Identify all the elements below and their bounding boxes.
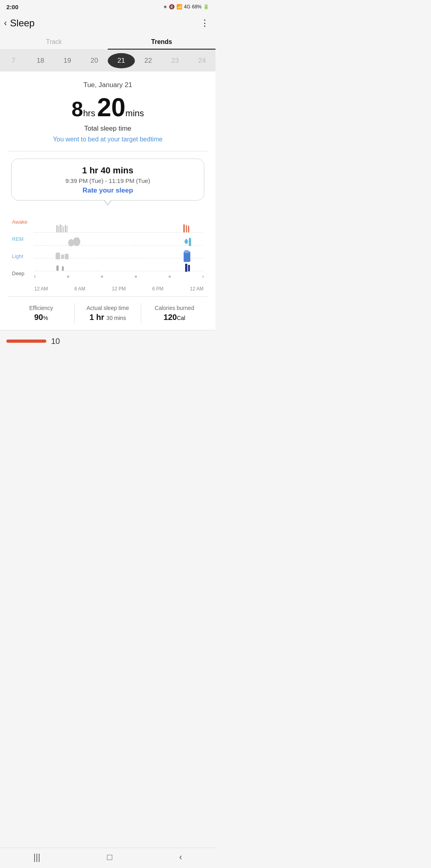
stat-calories: Calories burned 120Cal: [141, 303, 208, 324]
sleep-chart-svg: [34, 219, 204, 283]
svg-rect-28: [184, 252, 190, 262]
svg-rect-20: [61, 254, 64, 259]
date-item-24[interactable]: 24: [189, 55, 216, 66]
x-label-12am: 12 AM: [34, 286, 48, 292]
svg-rect-22: [56, 266, 59, 271]
bottom-section: 10: [0, 330, 216, 346]
svg-rect-12: [60, 224, 61, 232]
more-menu-button[interactable]: ⋮: [200, 18, 209, 28]
svg-rect-31: [188, 265, 190, 272]
stat-efficiency-value: 90%: [11, 313, 71, 322]
session-card: 1 hr 40 mins 9:39 PM (Tue) - 11:19 PM (T…: [11, 159, 204, 201]
svg-rect-10: [56, 225, 57, 232]
svg-point-18: [73, 237, 80, 246]
svg-rect-21: [65, 254, 69, 259]
svg-rect-26: [188, 226, 189, 232]
date-item-19[interactable]: 19: [54, 55, 81, 66]
sleep-chart: Awake REM Light Deep: [8, 207, 208, 296]
date-label: Tue, January 21: [8, 81, 208, 89]
stat-calories-value: 120Cal: [144, 313, 204, 322]
svg-rect-24: [183, 224, 185, 232]
status-time: 2:00: [6, 4, 18, 10]
date-item-7[interactable]: 7: [0, 55, 27, 66]
svg-point-4: [34, 276, 36, 278]
chart-label-light: Light: [12, 253, 28, 259]
battery-text: 68%: [192, 4, 202, 10]
date-scroll[interactable]: 7 18 19 20 21 22 23 24: [0, 50, 216, 72]
sleep-mins: 20: [97, 93, 125, 122]
back-button[interactable]: ‹: [4, 18, 7, 28]
session-time-range: 9:39 PM (Tue) - 11:19 PM (Tue): [20, 177, 196, 184]
svg-rect-14: [63, 226, 64, 232]
tabs: Track Trends: [0, 34, 216, 50]
chart-label-awake: Awake: [12, 219, 28, 225]
date-item-18[interactable]: 18: [27, 55, 54, 66]
signal-icon: 4G: [184, 4, 190, 10]
chart-area: [34, 219, 204, 284]
tab-trends[interactable]: Trends: [108, 34, 216, 50]
page-title: Sleep: [10, 18, 34, 29]
status-icons: ∗ 🔇 📶 4G 68% 🔋: [163, 4, 209, 10]
svg-point-6: [101, 276, 103, 278]
mute-icon: 🔇: [169, 4, 175, 10]
svg-point-5: [67, 276, 69, 278]
svg-rect-11: [58, 226, 59, 232]
wifi-icon: 📶: [176, 4, 182, 10]
status-bar: 2:00 ∗ 🔇 📶 4G 68% 🔋: [0, 0, 216, 13]
session-duration: 1 hr 40 mins: [20, 165, 196, 176]
bluetooth-icon: ∗: [163, 4, 167, 10]
svg-rect-16: [67, 226, 67, 232]
date-item-23[interactable]: 23: [162, 55, 189, 66]
x-label-6pm: 6 PM: [152, 286, 163, 292]
sleep-mins-label: mins: [125, 108, 144, 118]
x-label-6am: 6 AM: [75, 286, 85, 292]
stat-calories-label: Calories burned: [144, 305, 204, 311]
header: ‹ Sleep ⋮: [0, 13, 216, 34]
stat-actual-sleep: Actual sleep time 1 hr 30 mins: [74, 303, 141, 324]
svg-rect-13: [61, 225, 62, 232]
chart-x-labels: 12 AM 6 AM 12 PM 6 PM 12 AM: [34, 284, 204, 296]
bottom-number: 10: [51, 337, 60, 346]
bottom-bar-preview: 10: [6, 337, 209, 346]
svg-rect-23: [62, 266, 64, 271]
main-content: Tue, January 21 8hrs 20mins Total sleep …: [0, 72, 216, 330]
date-item-22[interactable]: 22: [135, 55, 162, 66]
sleep-hrs-label: hrs: [83, 108, 95, 118]
svg-point-9: [202, 276, 204, 278]
chart-label-deep: Deep: [12, 270, 28, 276]
svg-point-8: [168, 276, 171, 278]
rate-sleep-button[interactable]: Rate your sleep: [20, 187, 196, 195]
chart-label-rem: REM: [12, 236, 28, 242]
total-sleep-label: Total sleep time: [8, 125, 208, 133]
sleep-hours: 8: [71, 97, 83, 121]
battery-icon: 🔋: [203, 4, 209, 10]
svg-rect-30: [185, 264, 188, 272]
svg-rect-25: [186, 225, 187, 232]
divider: [8, 151, 208, 151]
stat-actual-label: Actual sleep time: [78, 305, 138, 311]
svg-rect-29: [184, 250, 189, 253]
svg-rect-15: [65, 225, 66, 232]
stat-actual-value: 1 hr 30 mins: [78, 313, 138, 322]
sleep-message: You went to bed at your target bedtime: [8, 136, 208, 143]
sleep-duration: 8hrs 20mins: [8, 92, 208, 123]
date-item-20[interactable]: 20: [81, 55, 108, 66]
stat-efficiency: Efficiency 90%: [8, 303, 74, 324]
stat-efficiency-label: Efficiency: [11, 305, 71, 311]
svg-point-7: [135, 276, 137, 278]
svg-rect-19: [55, 252, 60, 259]
x-label-12pm: 12 PM: [112, 286, 126, 292]
tab-track[interactable]: Track: [0, 34, 108, 50]
svg-rect-27: [189, 238, 191, 246]
stats-row: Efficiency 90% Actual sleep time 1 hr 30…: [8, 296, 208, 330]
x-label-12am-end: 12 AM: [190, 286, 204, 292]
date-item-21[interactable]: 21: [108, 53, 135, 68]
orange-progress-bar: [6, 340, 46, 343]
